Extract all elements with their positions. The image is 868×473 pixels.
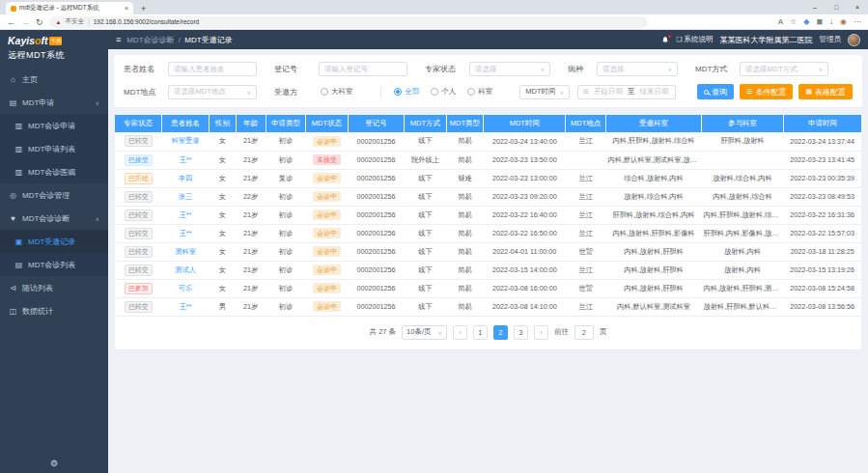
- page-size-select[interactable]: 10条/页 ∨: [402, 325, 447, 340]
- page-button-1[interactable]: 1: [473, 325, 488, 340]
- mdt-apply-icon: ▤: [9, 98, 17, 107]
- sidebar-item-mdt-invited-records[interactable]: ▣MDT受邀记录: [0, 230, 108, 253]
- radio-personal[interactable]: [431, 88, 438, 96]
- page-button-3[interactable]: 3: [514, 325, 528, 340]
- settings-gear-icon[interactable]: ⚙: [50, 459, 58, 468]
- main-area: ≡ MDT会诊诊断 / MDT受邀记录 ❑ 系统说明 某某医科大学附属第二医院 …: [108, 30, 868, 473]
- patient-name-link[interactable]: 科室受邀: [172, 136, 200, 145]
- cell: 简易: [446, 151, 484, 169]
- patient-name-link[interactable]: 测试人: [175, 265, 196, 274]
- cell: 线下: [405, 206, 446, 224]
- search-button[interactable]: 查询: [697, 84, 734, 99]
- minimize-button[interactable]: –: [804, 0, 826, 14]
- sidebar-item-label: MDT会诊列表: [28, 260, 75, 270]
- reg-no-input[interactable]: 请输入登记号: [319, 62, 407, 76]
- hamburger-icon[interactable]: ≡: [116, 35, 121, 44]
- downloads-icon[interactable]: ↓: [829, 17, 833, 26]
- browser-profile-icon[interactable]: ◉: [840, 17, 847, 26]
- mdt-mode-select[interactable]: 请选择MDT方式∨: [740, 62, 828, 76]
- table-row: 已转交测科室女21岁初诊会诊中0002001256线下简易2022-04-01 …: [115, 242, 861, 261]
- mdt-diagnosis-icon: ♥: [9, 214, 17, 223]
- cell: 简易: [446, 187, 484, 206]
- address-bar[interactable]: ▲ 不安全 | 192.168.0.156:9002/consultate/re…: [49, 16, 648, 28]
- cell: 会诊中: [306, 169, 348, 187]
- mdt-time-select[interactable]: MDT时间∨: [519, 85, 570, 99]
- extension-icon-2[interactable]: ◼: [816, 17, 823, 26]
- cell: 疑难: [446, 169, 484, 187]
- patient-name-link[interactable]: 李四: [179, 174, 192, 182]
- condition-config-button[interactable]: ☰ 条件配置: [740, 84, 793, 99]
- patient-name-input[interactable]: 请输入患者姓名: [168, 62, 257, 76]
- radio-all-label[interactable]: 全部: [405, 87, 419, 97]
- sidebar-item-mdt-consult-manage[interactable]: ◎MDT会诊管理: [0, 183, 108, 207]
- patient-name-link[interactable]: 可乐: [179, 284, 192, 292]
- prev-page-button[interactable]: ‹: [453, 325, 467, 340]
- patient-name-link[interactable]: 测科室: [175, 247, 196, 256]
- column-header: MDT时间: [484, 115, 566, 132]
- patient-name-label: 患者姓名: [124, 64, 168, 74]
- cell: 未接受: [306, 151, 348, 169]
- radio-major-dept[interactable]: [321, 88, 328, 96]
- favorites-icon[interactable]: ☆: [790, 17, 797, 26]
- patient-name-link[interactable]: 王**: [180, 155, 192, 164]
- cell: 2022-03-23 13:50:00: [484, 151, 566, 169]
- cell: 肝胆科,内科,影像科,放射科: [701, 224, 783, 242]
- cell: 2022-03-23 00:35:39: [783, 169, 861, 187]
- new-tab-button[interactable]: +: [141, 4, 146, 14]
- tab-title: mdt受邀记录 - 远程MDT系统: [19, 4, 122, 13]
- sidebar-item-home[interactable]: ⌂主页: [0, 68, 108, 91]
- cell: 2022-03-23 13:41:45: [783, 151, 861, 169]
- system-help[interactable]: ❑ 系统说明: [676, 35, 713, 44]
- sidebar-item-mdt-diagnosis[interactable]: ♥MDT会诊诊断∧: [0, 207, 108, 230]
- radio-personal-label[interactable]: 个人: [441, 87, 456, 97]
- page-button-2[interactable]: 2: [493, 325, 508, 340]
- sidebar-item-mdt-apply-list[interactable]: ▥MDT申请列表: [0, 137, 108, 160]
- notification-bell-icon[interactable]: [661, 36, 669, 43]
- sidebar-item-followup-list[interactable]: ⊲随访列表: [0, 276, 108, 299]
- cell: 放射科,肝胆科,默认科室,测...: [701, 297, 783, 316]
- more-icon[interactable]: ⋯: [854, 17, 861, 26]
- forward-icon[interactable]: →: [21, 17, 30, 27]
- sidebar-item-statistics[interactable]: ◫数据统计: [0, 299, 108, 322]
- table-config-button[interactable]: ▦ 表格配置: [798, 84, 853, 99]
- radio-major-dept-label[interactable]: 大科室: [331, 87, 353, 97]
- cell: 可乐: [162, 279, 210, 297]
- filter-panel: 患者姓名 请输入患者姓名 登记号 请输入登记号 专家状态 请选择∨ 病种 请选择…: [114, 55, 862, 107]
- sidebar-item-mdt-consult-apply[interactable]: ▥MDT会诊申请: [0, 114, 108, 137]
- refresh-icon[interactable]: ↻: [36, 17, 43, 27]
- cell: 2022-03-08 13:56:56: [783, 297, 861, 316]
- date-range-picker[interactable]: ⊞ 开始日期 至 结束日期: [577, 85, 676, 99]
- disease-select[interactable]: 请选择∨: [597, 62, 678, 76]
- sidebar-item-mdt-consult-list[interactable]: ▤MDT会诊列表: [0, 253, 108, 276]
- cell: 内科,默认科室,测试科室,放射科: [606, 151, 702, 169]
- column-header: MDT类型: [446, 115, 484, 132]
- tab-close-icon[interactable]: ×: [125, 5, 128, 12]
- goto-label: 前往: [554, 327, 569, 337]
- cell: 21岁: [236, 242, 266, 261]
- browser-tab[interactable]: mdt受邀记录 - 远程MDT系统 ×: [6, 2, 133, 14]
- back-icon[interactable]: ←: [7, 17, 15, 27]
- maximize-button[interactable]: □: [826, 0, 847, 14]
- patient-name-link[interactable]: 王**: [180, 210, 192, 219]
- patient-name-link[interactable]: 王**: [180, 302, 192, 311]
- next-page-button[interactable]: ›: [534, 325, 548, 340]
- mdt-place-select[interactable]: 请选择MDT地点∨: [168, 85, 257, 99]
- patient-name-link[interactable]: 张三: [179, 192, 192, 201]
- extension-icon-1[interactable]: ◆: [803, 17, 809, 26]
- user-avatar[interactable]: [848, 34, 860, 46]
- cell: 王**: [162, 224, 210, 242]
- sidebar-item-mdt-consult-order[interactable]: ▥MDT会诊医嘱: [0, 160, 108, 183]
- read-aloud-icon[interactable]: A: [778, 17, 783, 26]
- patient-name-link[interactable]: 王**: [180, 229, 192, 237]
- radio-dept-label[interactable]: 科室: [478, 87, 492, 97]
- browser-toolbar: ← → ↻ ▲ 不安全 | 192.168.0.156:9002/consult…: [0, 14, 868, 30]
- goto-page-input[interactable]: 2: [574, 325, 594, 340]
- expert-status-select[interactable]: 请选择∨: [469, 62, 550, 76]
- sidebar-item-mdt-apply[interactable]: ▤MDT申请∨: [0, 91, 108, 114]
- close-button[interactable]: ×: [847, 0, 868, 14]
- column-header: MDT方式: [405, 115, 446, 132]
- expert-status-tag: 已转交: [125, 209, 153, 221]
- radio-all[interactable]: [394, 88, 402, 96]
- sidebar-menu: ⌂主页▤MDT申请∨▥MDT会诊申请▥MDT申请列表▥MDT会诊医嘱◎MDT会诊…: [0, 68, 108, 473]
- radio-dept[interactable]: [467, 88, 475, 96]
